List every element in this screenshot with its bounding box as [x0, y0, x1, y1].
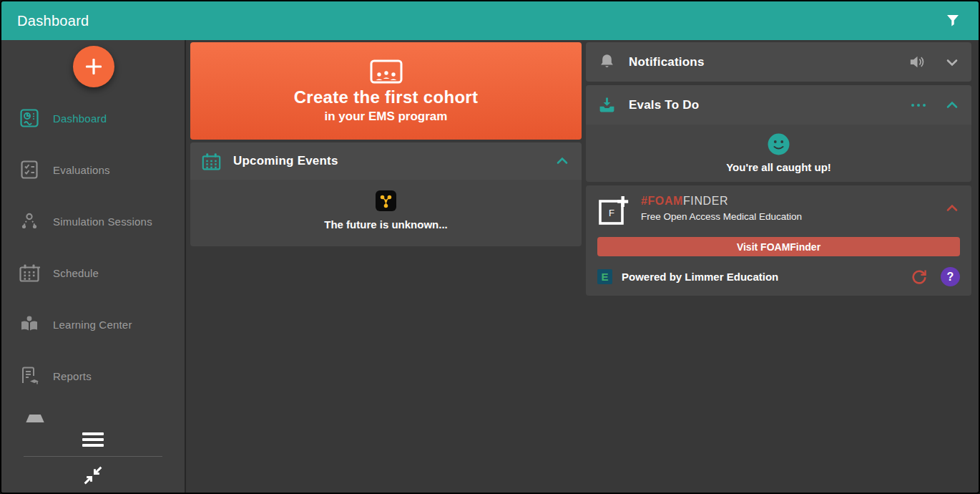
sidebar-item-schedule[interactable]: Schedule [1, 247, 185, 299]
chevron-up-icon[interactable] [944, 97, 960, 113]
foamfinder-header: F #FOAMFINDER Free Open Access Medical E… [586, 185, 971, 232]
sidebar-item-label: Schedule [53, 267, 99, 279]
visit-foamfinder-button[interactable]: Visit FOAMFinder [597, 237, 960, 256]
sidebar-item-reports[interactable]: Reports [1, 350, 185, 402]
foamfinder-logo-icon: F [597, 195, 630, 228]
chevron-up-icon[interactable] [554, 153, 570, 169]
bell-icon [597, 52, 617, 72]
evals-empty-message: You're all caught up! [726, 161, 831, 173]
plus-icon [84, 57, 104, 77]
foamfinder-subtitle: Free Open Access Medical Education [641, 211, 802, 222]
simulation-sessions-icon [19, 210, 40, 232]
banner-subtitle: in your EMS program [325, 110, 448, 124]
sidebar-item-label: Simulation Sessions [53, 215, 152, 228]
chevron-down-icon[interactable] [944, 54, 960, 70]
evals-todo-panel: Evals To Do [586, 85, 971, 182]
schedule-icon [19, 262, 40, 284]
sidebar-nav: Dashboard Evaluations [1, 92, 185, 402]
events-empty-message: The future is unknown... [190, 218, 582, 231]
limmer-education-logo: E [597, 269, 612, 284]
sound-icon[interactable] [908, 52, 927, 72]
sidebar-item-label: Evaluations [53, 164, 110, 176]
foamfinder-footer: E Powered by Limmer Education ? [586, 256, 971, 296]
sidebar-footer-divider [24, 456, 162, 457]
powered-by-label: Powered by Limmer Education [622, 271, 778, 283]
panel-title: Evals To Do [629, 98, 699, 112]
cohort-group-icon [368, 59, 404, 84]
collapse-icon [81, 463, 105, 488]
foam-hashtag: #FOAM [641, 195, 683, 207]
sidebar-item-evaluations[interactable]: Evaluations [1, 144, 185, 195]
calendar-icon [202, 152, 221, 171]
reports-icon [19, 365, 40, 387]
page-title: Dashboard [17, 13, 89, 29]
notifications-panel: Notifications [586, 42, 971, 82]
sidebar-item-label: Learning Center [53, 319, 132, 331]
sidebar-item-learning-center[interactable]: Learning Center [1, 299, 185, 350]
add-button[interactable] [73, 46, 114, 87]
smiley-icon [768, 133, 790, 155]
foamfinder-panel: F #FOAMFINDER Free Open Access Medical E… [586, 185, 971, 296]
notifications-header: Notifications [586, 42, 971, 82]
sidebar-footer [1, 422, 185, 493]
upcoming-events-header: Upcoming Events [190, 142, 582, 180]
sidebar-item-simulation-sessions[interactable]: Simulation Sessions [1, 195, 185, 247]
filter-icon[interactable] [943, 11, 963, 31]
flux-capacitor-icon [376, 190, 396, 211]
app-window: Dashboard [0, 0, 980, 494]
sidebar: Dashboard Evaluations [1, 40, 186, 493]
upcoming-events-body: The future is unknown... [190, 180, 582, 246]
hamburger-icon [82, 432, 104, 435]
top-bar: Dashboard [1, 1, 979, 40]
help-button[interactable]: ? [941, 267, 960, 286]
panel-title: Notifications [629, 55, 705, 69]
foamfinder-title-block: #FOAMFINDER Free Open Access Medical Edu… [641, 195, 802, 228]
more-options-icon[interactable] [911, 104, 926, 107]
foam-finder-text: FINDER [683, 195, 728, 207]
learning-center-icon [19, 314, 40, 335]
question-mark-icon: ? [947, 271, 954, 284]
sidebar-item-label: Reports [53, 370, 92, 382]
evaluations-icon [19, 159, 40, 180]
collapse-sidebar-button[interactable] [81, 463, 105, 485]
refresh-button[interactable] [909, 267, 928, 286]
evals-todo-body: You're all caught up! [586, 125, 971, 182]
svg-text:F: F [609, 208, 614, 218]
evals-todo-header: Evals To Do [586, 85, 971, 125]
main-content: Create the first cohort in your EMS prog… [186, 40, 979, 493]
chevron-up-icon[interactable] [944, 200, 960, 216]
inbox-download-icon [597, 95, 617, 115]
sidebar-item-label: Dashboard [53, 112, 107, 125]
sidebar-item-dashboard[interactable]: Dashboard [1, 92, 185, 144]
panel-title: Upcoming Events [233, 154, 338, 168]
create-cohort-banner[interactable]: Create the first cohort in your EMS prog… [190, 42, 582, 140]
dashboard-icon [19, 107, 40, 129]
banner-title: Create the first cohort [294, 87, 479, 107]
menu-button[interactable] [78, 430, 108, 450]
upcoming-events-panel: Upcoming Events Th [190, 142, 582, 246]
refresh-icon [909, 267, 928, 286]
